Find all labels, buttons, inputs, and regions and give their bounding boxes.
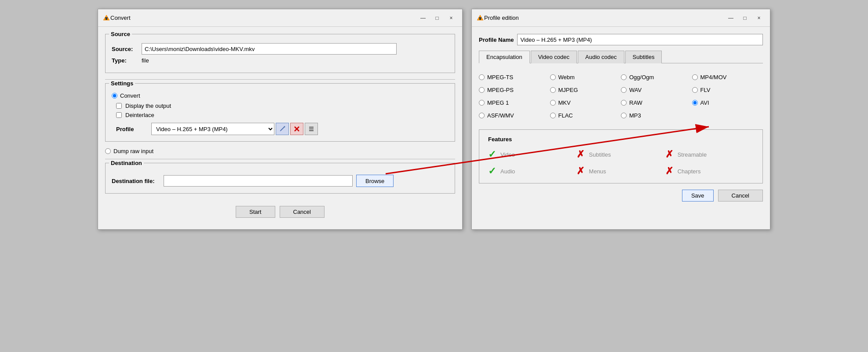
mkv-radio[interactable] [550, 100, 556, 106]
mpeg-ts-label[interactable]: MPEG-TS [487, 74, 513, 81]
convert-close-btn[interactable]: × [445, 13, 458, 23]
subtitles-label: Subtitles [589, 151, 611, 158]
mp4mov-radio[interactable] [692, 74, 698, 80]
asfwmv-radio[interactable] [479, 113, 485, 118]
profile-edit-btn[interactable] [276, 123, 289, 135]
features-section: Features ✓ Video ✗ Subtitles ✗ Streamabl… [479, 129, 763, 183]
profile-cancel-button[interactable]: Cancel [718, 190, 763, 202]
browse-button[interactable]: Browse [356, 175, 394, 187]
profile-name-row: Profile Name [479, 34, 763, 45]
option-mp4mov: MP4/MOV [692, 74, 763, 81]
flac-label[interactable]: FLAC [558, 112, 573, 119]
dump-radio-label[interactable]: Dump raw input [113, 148, 153, 154]
profile-name-input[interactable] [517, 34, 763, 45]
option-wav: WAV [621, 87, 692, 93]
raw-radio[interactable] [621, 100, 627, 106]
wav-label[interactable]: WAV [629, 87, 642, 93]
tab-subtitles[interactable]: Subtitles [625, 51, 662, 63]
svg-rect-7 [309, 128, 314, 129]
video-label: Video [500, 151, 515, 158]
webm-radio[interactable] [550, 74, 556, 80]
convert-maximize-btn[interactable]: □ [430, 13, 444, 23]
mpeg1-label[interactable]: MPEG 1 [487, 99, 509, 106]
destination-input[interactable] [164, 175, 353, 187]
option-mp3: MP3 [621, 112, 692, 119]
wav-radio[interactable] [621, 87, 627, 93]
tab-video-codec[interactable]: Video codec [531, 51, 577, 63]
feature-chapters: ✗ Chapters [665, 165, 754, 177]
profile-maximize-btn[interactable]: □ [738, 13, 751, 23]
flac-radio[interactable] [550, 113, 556, 118]
convert-minimize-btn[interactable]: — [416, 13, 430, 23]
ogg-label[interactable]: Ogg/Ogm [629, 74, 654, 81]
flv-label[interactable]: FLV [700, 87, 711, 93]
option-mjpeg: MJPEG [550, 87, 621, 93]
tab-audio-codec[interactable]: Audio codec [578, 51, 624, 63]
profile-minimize-btn[interactable]: — [724, 13, 737, 23]
convert-window: Convert — □ × Source Source: Type: file [98, 9, 463, 230]
deinterlace-label[interactable]: Deinterlace [125, 112, 154, 118]
feature-video: ✓ Video [488, 149, 576, 160]
source-input[interactable] [142, 43, 397, 55]
mkv-label[interactable]: MKV [558, 99, 571, 106]
option-asfwmv: ASF/WMV [479, 112, 550, 119]
dest-file-label: Destination file: [112, 178, 160, 184]
mp3-radio[interactable] [621, 113, 627, 118]
asfwmv-label[interactable]: ASF/WMV [487, 112, 514, 119]
profile-close-btn[interactable]: × [752, 13, 766, 23]
vlc-icon [102, 14, 110, 22]
features-grid: ✓ Video ✗ Subtitles ✗ Streamable ✓ Audio [488, 149, 754, 177]
convert-radio[interactable] [112, 93, 117, 99]
save-button[interactable]: Save [682, 190, 714, 202]
mpeg1-radio[interactable] [479, 100, 485, 106]
display-output-label[interactable]: Display the output [125, 103, 171, 109]
convert-titlebar: Convert — □ × [98, 9, 462, 27]
cancel-button[interactable]: Cancel [280, 206, 325, 218]
mpeg-ps-radio[interactable] [479, 87, 485, 93]
raw-label[interactable]: RAW [629, 99, 642, 106]
mpeg-ts-radio[interactable] [479, 74, 485, 80]
audio-label: Audio [500, 168, 515, 175]
profile-select[interactable]: Video – H.265 + MP3 (MP4) [151, 123, 274, 135]
convert-radio-label[interactable]: Convert [120, 92, 140, 99]
profile-row: Profile Video – H.265 + MP3 (MP4) [116, 123, 449, 135]
destination-section-title: Destination [109, 160, 144, 166]
profile-name-label: Profile Name [479, 37, 514, 43]
convert-titlebar-buttons: — □ × [416, 13, 458, 23]
svg-point-3 [284, 126, 285, 128]
mp4mov-label[interactable]: MP4/MOV [700, 74, 727, 81]
deinterlace-row: Deinterlace [116, 112, 449, 118]
ogg-radio[interactable] [621, 74, 627, 80]
type-value: file [142, 57, 149, 64]
source-row: Source: [112, 43, 449, 55]
start-button[interactable]: Start [236, 206, 275, 218]
features-title: Features [488, 136, 754, 143]
mp3-label[interactable]: MP3 [629, 112, 641, 119]
source-label: Source: [112, 46, 138, 52]
mjpeg-label[interactable]: MJPEG [558, 87, 578, 93]
mpeg-ps-label[interactable]: MPEG-PS [487, 87, 514, 93]
svg-rect-1 [106, 18, 107, 20]
flv-radio[interactable] [692, 87, 698, 93]
feature-subtitles: ✗ Subtitles [576, 149, 665, 160]
profile-delete-btn[interactable] [290, 123, 303, 135]
avi-radio[interactable] [692, 100, 698, 106]
deinterlace-checkbox[interactable] [116, 112, 122, 118]
list-icon [308, 126, 314, 132]
chapters-cross-icon: ✗ [665, 165, 673, 177]
mjpeg-radio[interactable] [550, 87, 556, 93]
convert-title: Convert [110, 15, 416, 21]
tab-encapsulation[interactable]: Encapsulation [479, 51, 530, 63]
option-flv: FLV [692, 87, 763, 93]
webm-label[interactable]: Webm [558, 74, 575, 81]
svg-rect-10 [479, 18, 481, 20]
option-mpeg-ts: MPEG-TS [479, 74, 550, 81]
profile-window: Profile edition — □ × Profile Name Encap… [471, 9, 770, 230]
profile-list-btn[interactable] [305, 123, 318, 135]
settings-section: Settings Convert Display the output Dein… [105, 83, 455, 142]
avi-label[interactable]: AVI [700, 99, 709, 106]
display-output-checkbox[interactable] [116, 103, 122, 109]
profile-window-title: Profile edition [484, 15, 724, 21]
dump-radio[interactable] [105, 148, 111, 154]
option-raw: RAW [621, 99, 692, 106]
